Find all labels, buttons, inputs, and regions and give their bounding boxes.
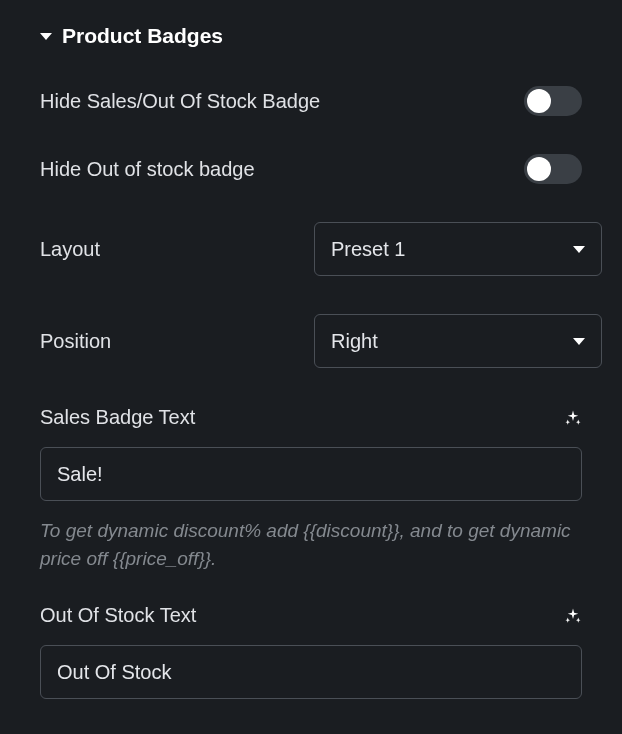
sales-text-input[interactable]: Sale! bbox=[40, 447, 582, 501]
section-title: Product Badges bbox=[62, 24, 223, 48]
hide-sales-toggle[interactable] bbox=[524, 86, 582, 116]
oos-text-value: Out Of Stock bbox=[57, 661, 171, 684]
sales-text-label-row: Sales Badge Text bbox=[20, 406, 602, 429]
hide-sales-label: Hide Sales/Out Of Stock Badge bbox=[40, 90, 320, 113]
toggle-knob bbox=[527, 89, 551, 113]
hide-oos-label: Hide Out of stock badge bbox=[40, 158, 255, 181]
chevron-down-icon bbox=[40, 33, 52, 40]
caret-down-icon bbox=[573, 246, 585, 253]
hide-sales-row: Hide Sales/Out Of Stock Badge bbox=[20, 86, 602, 116]
layout-label: Layout bbox=[40, 238, 100, 261]
sparkle-icon[interactable] bbox=[564, 409, 582, 427]
sales-text-label: Sales Badge Text bbox=[40, 406, 195, 429]
sparkle-icon[interactable] bbox=[564, 607, 582, 625]
section-header[interactable]: Product Badges bbox=[20, 24, 602, 48]
layout-row: Layout Preset 1 bbox=[20, 222, 602, 276]
oos-text-label-row: Out Of Stock Text bbox=[20, 604, 602, 627]
toggle-knob bbox=[527, 157, 551, 181]
hide-oos-toggle[interactable] bbox=[524, 154, 582, 184]
position-row: Position Right bbox=[20, 314, 602, 368]
caret-down-icon bbox=[573, 338, 585, 345]
layout-select-value: Preset 1 bbox=[331, 238, 405, 261]
sales-text-value: Sale! bbox=[57, 463, 103, 486]
oos-text-label: Out Of Stock Text bbox=[40, 604, 196, 627]
position-select-value: Right bbox=[331, 330, 378, 353]
hide-oos-row: Hide Out of stock badge bbox=[20, 154, 602, 184]
oos-text-input[interactable]: Out Of Stock bbox=[40, 645, 582, 699]
position-select[interactable]: Right bbox=[314, 314, 602, 368]
layout-select[interactable]: Preset 1 bbox=[314, 222, 602, 276]
position-label: Position bbox=[40, 330, 111, 353]
sales-text-help: To get dynamic discount% add {{discount}… bbox=[20, 501, 602, 572]
